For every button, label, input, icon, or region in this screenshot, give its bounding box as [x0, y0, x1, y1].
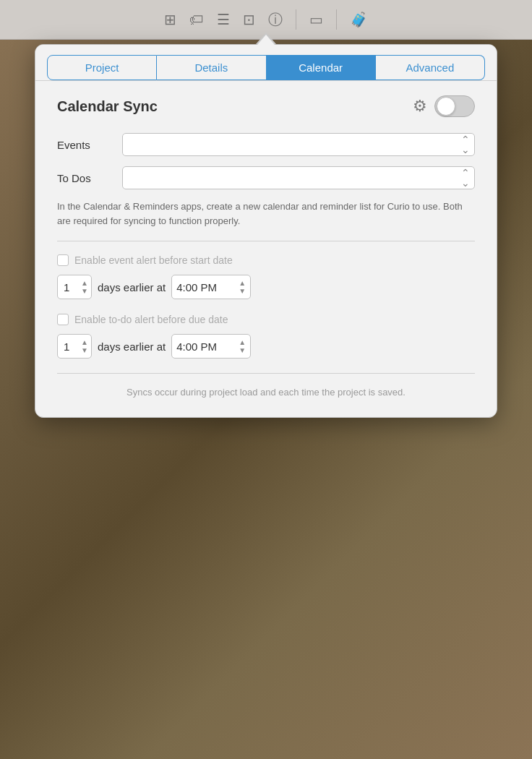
toolbar-divider-2	[336, 9, 337, 30]
event-days-row: 1 ▲ ▼ days earlier at 4:00 PM ▲ ▼	[57, 275, 475, 299]
todos-row: To Dos ⌃⌄	[57, 166, 475, 189]
popover-arrow-inner	[257, 35, 275, 45]
todo-days-text: days earlier at	[98, 340, 166, 353]
tag-icon[interactable]: 🏷	[189, 12, 204, 28]
events-select[interactable]: ⌃⌄	[122, 133, 475, 156]
layout-icon[interactable]: ▭	[309, 11, 323, 28]
events-select-arrows: ⌃⌄	[461, 134, 470, 155]
event-alert-row: Enable event alert before start date	[57, 254, 475, 266]
events-row: Events ⌃⌄	[57, 133, 475, 156]
todos-select[interactable]: ⌃⌄	[122, 166, 475, 189]
sync-controls: ⚙	[413, 95, 475, 117]
todos-select-arrows: ⌃⌄	[461, 168, 470, 188]
event-days-value: 1	[61, 281, 69, 293]
event-time-stepper[interactable]: ▲ ▼	[239, 279, 246, 295]
event-alert-checkbox[interactable]	[57, 254, 69, 266]
separator-2	[57, 373, 475, 374]
todo-alert-checkbox[interactable]	[57, 314, 69, 325]
content-area: Calendar Sync ⚙ Events ⌃⌄ To Dos	[35, 81, 497, 417]
popover-arrow	[256, 33, 276, 44]
tab-details[interactable]: Details	[157, 55, 266, 80]
sync-header: Calendar Sync ⚙	[57, 95, 475, 117]
todo-time-input[interactable]: 4:00 PM ▲ ▼	[171, 334, 251, 359]
event-time-input[interactable]: 4:00 PM ▲ ▼	[171, 275, 251, 299]
presentation-icon[interactable]: ⊡	[243, 11, 255, 28]
separator-1	[57, 241, 475, 241]
briefcase-icon[interactable]: 🧳	[350, 11, 368, 28]
todo-alert-label: Enable to-do alert before due date	[74, 314, 228, 325]
list-icon[interactable]: ☰	[217, 11, 230, 28]
todo-time-value: 4:00 PM	[176, 340, 217, 353]
todo-days-row: 1 ▲ ▼ days earlier at 4:00 PM ▲ ▼	[57, 334, 475, 359]
todo-alert-row: Enable to-do alert before due date	[57, 314, 475, 325]
todo-days-stepper[interactable]: ▲ ▼	[81, 338, 88, 354]
grid-icon[interactable]: ⊞	[164, 11, 176, 28]
event-alert-label: Enable event alert before start date	[74, 254, 233, 266]
todo-days-value: 1	[61, 340, 69, 353]
info-text: In the Calendar & Reminders apps, create…	[57, 200, 475, 228]
sync-toggle[interactable]	[434, 95, 475, 117]
sync-title: Calendar Sync	[57, 98, 158, 115]
todo-time-stepper[interactable]: ▲ ▼	[239, 338, 246, 354]
tab-advanced[interactable]: Advanced	[376, 55, 485, 80]
footer-text: Syncs occur during project load and each…	[57, 385, 475, 400]
toggle-knob	[437, 97, 455, 116]
event-days-text: days earlier at	[98, 281, 166, 293]
event-days-stepper[interactable]: ▲ ▼	[81, 279, 88, 295]
event-days-input[interactable]: 1 ▲ ▼	[57, 275, 92, 299]
popover-wrapper: Project Details Calendar Advanced Calend…	[35, 33, 497, 418]
todo-days-input[interactable]: 1 ▲ ▼	[57, 334, 92, 359]
gear-icon[interactable]: ⚙	[413, 97, 427, 116]
info-icon[interactable]: ⓘ	[268, 10, 283, 30]
todos-label: To Dos	[57, 172, 115, 184]
tab-project[interactable]: Project	[47, 55, 157, 80]
tabs-bar: Project Details Calendar Advanced	[35, 45, 497, 81]
tab-calendar[interactable]: Calendar	[267, 55, 376, 80]
events-label: Events	[57, 139, 115, 151]
toolbar-divider	[296, 9, 296, 30]
event-time-value: 4:00 PM	[176, 281, 217, 293]
popover: Project Details Calendar Advanced Calend…	[35, 44, 497, 418]
